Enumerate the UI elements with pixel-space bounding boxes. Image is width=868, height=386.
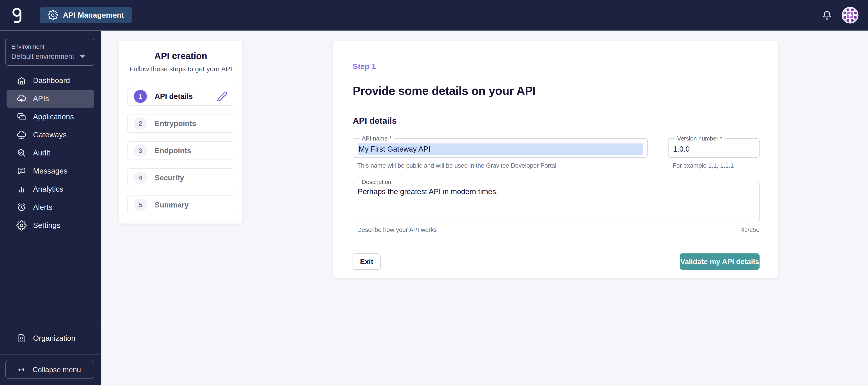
gear-icon	[16, 220, 27, 231]
alarm-clock-icon	[16, 202, 27, 213]
bar-chart-icon	[16, 184, 27, 194]
stepper-steps: 1 API details 2 Entrypoints 3 Endpoints …	[127, 87, 234, 214]
environment-label: Environment	[11, 43, 88, 50]
sidebar-item-label: Applications	[33, 112, 74, 121]
chat-bubble-icon	[16, 166, 27, 176]
api-details-form-card: Step 1 Provide some details on your API …	[333, 41, 778, 278]
sidebar-item-alerts[interactable]: Alerts	[6, 198, 94, 216]
sidebar-item-settings[interactable]: Settings	[6, 216, 94, 234]
applications-icon	[16, 111, 27, 122]
api-name-label: API name *	[360, 136, 394, 141]
user-avatar[interactable]	[842, 7, 859, 24]
sidebar-item-analytics[interactable]: Analytics	[6, 180, 94, 198]
sidebar-item-label: Analytics	[33, 185, 63, 193]
sidebar-nav: Dashboard APIs Applications	[0, 71, 101, 234]
step-number-badge: 2	[134, 117, 147, 130]
exit-button[interactable]: Exit	[353, 253, 380, 270]
description-textarea[interactable]: Perhaps the greatest API in modern times…	[358, 187, 754, 217]
api-creation-stepper-card: API creation Follow these steps to get y…	[119, 41, 243, 224]
gravitee-logo[interactable]	[10, 6, 25, 24]
sidebar-item-audit[interactable]: Audit	[6, 144, 94, 162]
description-helper: Describe how your API works	[357, 226, 437, 233]
cloud-upload-icon	[16, 93, 27, 104]
api-management-button[interactable]: API Management	[40, 7, 132, 23]
organization-label: Organization	[33, 334, 75, 343]
sidebar-item-label: APIs	[33, 94, 49, 103]
sidebar-item-organization[interactable]: Organization	[0, 322, 101, 354]
step-label: Security	[155, 173, 184, 182]
collapse-icon	[17, 365, 26, 374]
main-content: API creation Follow these steps to get y…	[101, 31, 868, 385]
top-bar: API Management	[0, 0, 868, 31]
step-number-badge: 3	[134, 144, 147, 157]
step-label: Entrypoints	[155, 119, 196, 128]
app-button-label: API Management	[63, 11, 124, 20]
step-label: API details	[155, 92, 193, 101]
api-name-helper: This name will be public and will be use…	[357, 162, 648, 169]
sidebar-divider	[0, 354, 101, 355]
sidebar-item-label: Audit	[33, 149, 50, 157]
sidebar-item-label: Dashboard	[33, 76, 70, 85]
step-label: Endpoints	[155, 147, 191, 155]
sidebar-item-messages[interactable]: Messages	[6, 162, 94, 180]
organization-icon	[16, 333, 27, 344]
sidebar-item-dashboard[interactable]: Dashboard	[6, 71, 94, 90]
step-number-badge: 4	[134, 171, 147, 184]
sidebar-item-gateways[interactable]: Gateways	[6, 126, 94, 144]
validate-api-details-button[interactable]: Validate my API details	[680, 253, 760, 270]
environment-selector[interactable]: Environment Default environment	[5, 39, 94, 66]
step-label: Summary	[155, 201, 189, 209]
version-helper: For example 1.1, 1.1.1	[673, 162, 760, 169]
collapse-menu-label: Collapse menu	[33, 366, 81, 374]
sidebar-item-apis[interactable]: APIs	[6, 90, 94, 108]
step-summary[interactable]: 5 Summary	[127, 195, 234, 214]
description-field[interactable]: Description Perhaps the greatest API in …	[353, 180, 760, 221]
api-name-field[interactable]: API name * My First Gateway API	[353, 136, 648, 158]
character-counter: 41/250	[741, 226, 760, 233]
page-title: Provide some details on your API	[353, 84, 760, 98]
cloud-gateway-icon	[16, 130, 27, 140]
step-entrypoints[interactable]: 2 Entrypoints	[127, 114, 234, 133]
chevron-down-icon	[80, 55, 85, 58]
stepper-title: API creation	[119, 51, 243, 61]
step-api-details[interactable]: 1 API details	[127, 87, 234, 106]
stepper-subtitle: Follow these steps to get your API	[119, 65, 243, 73]
version-field[interactable]: Version number *	[668, 136, 760, 158]
magnifier-check-icon	[16, 148, 27, 158]
api-name-input[interactable]: My First Gateway API	[358, 143, 643, 155]
gear-icon	[48, 10, 58, 20]
step-security[interactable]: 4 Security	[127, 168, 234, 187]
step-indicator: Step 1	[353, 62, 760, 71]
sidebar-item-label: Gateways	[33, 131, 67, 139]
version-label: Version number *	[675, 136, 724, 141]
notifications-bell-icon[interactable]	[822, 9, 833, 21]
environment-value: Default environment	[11, 53, 74, 61]
sidebar-item-label: Messages	[33, 167, 67, 175]
step-number-badge: 1	[134, 90, 147, 103]
version-input[interactable]	[673, 145, 754, 153]
description-label: Description	[360, 180, 394, 184]
edit-pencil-icon[interactable]	[216, 91, 228, 102]
step-number-badge: 5	[134, 198, 147, 212]
gravitee-g-icon	[10, 6, 25, 24]
home-icon	[16, 75, 27, 86]
sidebar-item-label: Alerts	[33, 203, 53, 212]
sidebar-item-label: Settings	[33, 221, 60, 230]
collapse-menu-button[interactable]: Collapse menu	[5, 361, 94, 379]
section-title: API details	[353, 116, 760, 126]
step-endpoints[interactable]: 3 Endpoints	[127, 141, 234, 160]
sidebar: Environment Default environment Dashboar…	[0, 31, 101, 385]
sidebar-item-applications[interactable]: Applications	[6, 108, 94, 126]
